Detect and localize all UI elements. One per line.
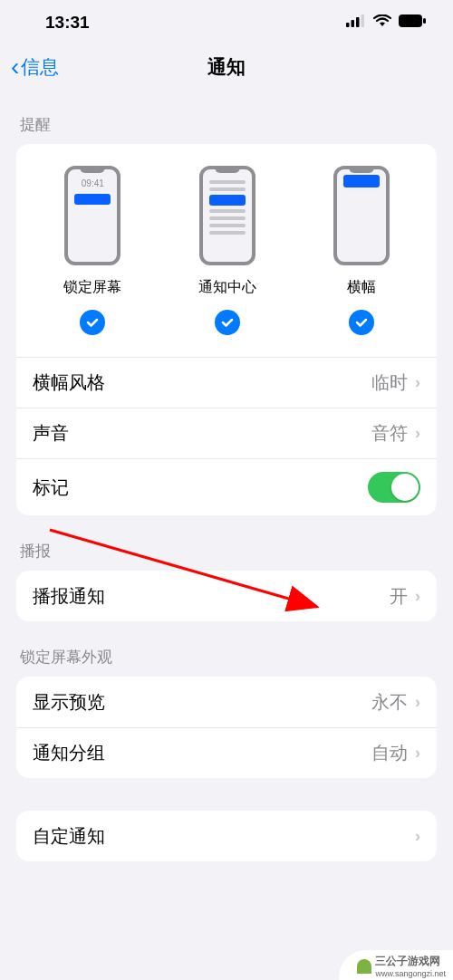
- svg-rect-4: [399, 14, 422, 27]
- chevron-left-icon: ‹: [11, 54, 19, 80]
- group-customize: 自定通知 ›: [16, 811, 437, 861]
- back-button[interactable]: ‹ 信息: [11, 54, 59, 80]
- row-value: 音符: [371, 421, 408, 446]
- chevron-right-icon: ›: [415, 827, 420, 846]
- checkmark-icon: [349, 310, 374, 335]
- phone-preview-lock: 09:41: [64, 166, 120, 265]
- watermark-url: www.sangongzi.net: [375, 969, 446, 978]
- group-lockscreen: 显示预览 永不 › 通知分组 自动 ›: [16, 677, 437, 778]
- alert-options: 09:41 锁定屏幕 通知中心: [16, 144, 437, 357]
- chevron-right-icon: ›: [415, 587, 420, 606]
- watermark-logo-icon: [357, 959, 371, 974]
- row-value: 临时: [371, 370, 408, 395]
- phone-preview-center: [199, 166, 255, 265]
- svg-rect-2: [356, 17, 360, 27]
- row-label: 播报通知: [33, 584, 105, 609]
- back-label: 信息: [21, 54, 59, 80]
- alert-label: 通知中心: [198, 278, 256, 297]
- alert-option-lockscreen[interactable]: 09:41 锁定屏幕: [63, 166, 121, 341]
- status-icons: [346, 14, 426, 31]
- row-preview[interactable]: 显示预览 永不 ›: [16, 677, 437, 727]
- status-time: 13:31: [45, 13, 90, 33]
- section-header-alerts: 提醒: [0, 89, 453, 144]
- svg-rect-5: [423, 18, 426, 24]
- alert-label: 横幅: [347, 278, 376, 297]
- row-badge: 标记: [16, 458, 437, 515]
- status-bar: 13:31: [0, 0, 453, 45]
- watermark-text: 三公子游戏网: [375, 954, 446, 969]
- svg-rect-1: [352, 20, 355, 27]
- row-label: 显示预览: [33, 690, 105, 715]
- row-value: 自动: [371, 741, 408, 765]
- row-banner-style[interactable]: 横幅风格 临时 ›: [16, 357, 437, 408]
- svg-rect-0: [346, 23, 350, 27]
- page-title: 通知: [207, 54, 246, 80]
- chevron-right-icon: ›: [415, 424, 420, 443]
- phone-preview-banner: [333, 166, 390, 265]
- row-label: 声音: [33, 421, 69, 446]
- wifi-icon: [373, 14, 391, 31]
- section-header-lockscreen: 锁定屏幕外观: [0, 621, 453, 677]
- group-announce: 播报通知 开 ›: [16, 571, 437, 621]
- chevron-right-icon: ›: [415, 744, 420, 763]
- checkmark-icon: [80, 310, 105, 335]
- checkmark-icon: [215, 310, 240, 335]
- badge-switch[interactable]: [368, 472, 420, 503]
- alert-option-center[interactable]: 通知中心: [198, 166, 256, 341]
- row-label: 横幅风格: [33, 370, 105, 395]
- row-grouping[interactable]: 通知分组 自动 ›: [16, 727, 437, 778]
- row-label: 通知分组: [33, 741, 105, 765]
- row-customize[interactable]: 自定通知 ›: [16, 811, 437, 861]
- row-label: 自定通知: [33, 824, 105, 849]
- chevron-right-icon: ›: [415, 693, 420, 712]
- alert-label: 锁定屏幕: [63, 278, 121, 297]
- row-value: 开: [390, 584, 408, 609]
- row-value: 永不: [371, 690, 408, 715]
- chevron-right-icon: ›: [415, 373, 420, 392]
- row-announce[interactable]: 播报通知 开 ›: [16, 571, 437, 621]
- alert-option-banner[interactable]: 横幅: [333, 166, 390, 341]
- svg-rect-3: [361, 14, 365, 27]
- row-sound[interactable]: 声音 音符 ›: [16, 408, 437, 458]
- section-header-announce: 播报: [0, 515, 453, 571]
- signal-icon: [346, 14, 366, 31]
- watermark: 三公子游戏网 www.sangongzi.net: [339, 950, 453, 980]
- battery-icon: [399, 14, 426, 31]
- row-label: 标记: [33, 476, 69, 500]
- nav-bar: ‹ 信息 通知: [0, 45, 453, 89]
- group-alerts: 09:41 锁定屏幕 通知中心: [16, 144, 437, 515]
